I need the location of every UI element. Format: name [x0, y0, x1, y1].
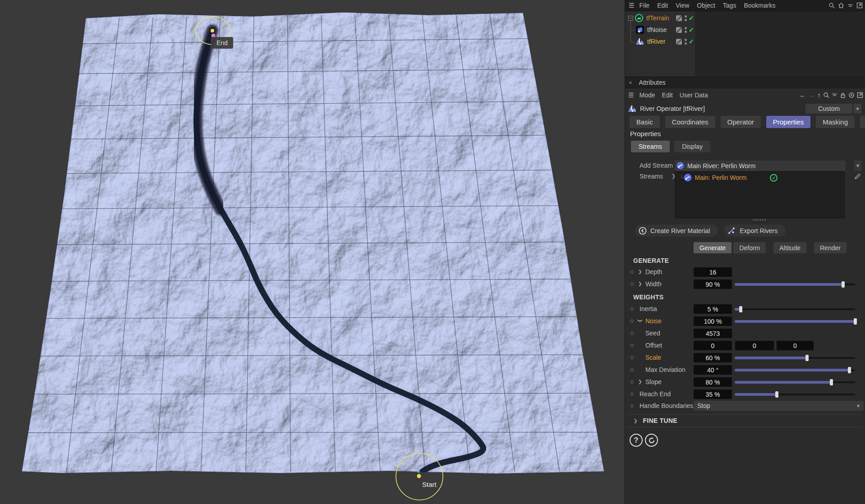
keyframe-diamond-icon[interactable]: ◇ [630, 354, 634, 360]
tab-coordinates[interactable]: Coordinates [665, 116, 715, 128]
menu-user-data[interactable]: User Data [680, 92, 708, 99]
width-slider[interactable] [735, 281, 855, 288]
new-window-icon[interactable] [857, 92, 863, 98]
seed-field[interactable]: 4573 [694, 329, 732, 338]
expander-icon[interactable]: ❯ [638, 281, 642, 286]
tab-basic[interactable]: Basic [630, 116, 660, 128]
visibility-dots[interactable] [685, 15, 687, 21]
keyframe-diamond-icon[interactable]: ◇ [630, 342, 634, 348]
tab-preview[interactable]: Preview [860, 116, 865, 128]
generate-mode-button[interactable]: Generate [694, 242, 732, 253]
object-row-tfnoise[interactable]: tfNoise ✓ [625, 24, 696, 36]
preset-dropdown-arrow[interactable]: ▼ [854, 104, 861, 114]
noise-field[interactable]: 100 % [694, 316, 732, 326]
offset-y-field[interactable]: 0 [735, 341, 774, 350]
keyframe-diamond-icon[interactable]: ◇ [630, 281, 634, 287]
visibility-dots[interactable] [685, 27, 687, 33]
keyframe-diamond-icon[interactable]: ◇ [630, 306, 634, 312]
keyframe-diamond-icon[interactable]: ◇ [630, 391, 634, 397]
offset-z-field[interactable]: 0 [777, 341, 814, 350]
lock-icon[interactable] [840, 92, 846, 98]
slope-slider[interactable] [735, 379, 855, 385]
expander-icon-open[interactable]: ❯ [638, 319, 643, 322]
menu-edit[interactable]: Edit [662, 92, 673, 99]
offset-x-field[interactable]: 0 [694, 341, 732, 350]
render-mode-button[interactable]: Render [814, 242, 847, 253]
enabled-check[interactable]: ✓ [689, 26, 694, 33]
home-icon[interactable] [838, 2, 844, 9]
menu-file[interactable]: File [640, 2, 650, 9]
forward-icon[interactable]: → [809, 91, 815, 99]
enabled-check[interactable]: ✓ [689, 38, 694, 45]
filter-icon[interactable] [832, 92, 837, 98]
object-row-tfriver[interactable]: tfRiver ✓ [625, 36, 696, 47]
filter-icon[interactable] [847, 3, 853, 9]
help-button[interactable]: ? [630, 434, 643, 447]
expander-icon[interactable]: ❯ [634, 418, 637, 423]
layer-chip[interactable] [676, 39, 682, 45]
enabled-check[interactable]: ✓ [689, 14, 694, 22]
new-panel-icon[interactable] [856, 2, 863, 9]
hamburger-icon[interactable]: ☰ [628, 92, 634, 98]
depth-field[interactable]: 16 [694, 267, 732, 277]
menu-bookmarks[interactable]: Bookmarks [744, 2, 775, 9]
keyframe-diamond-icon[interactable]: ◇ [630, 269, 634, 275]
up-icon[interactable]: ↑ [818, 91, 821, 99]
list-resize-grip[interactable]: •••••• [675, 218, 845, 222]
keyframe-diamond-icon[interactable]: ◇ [630, 330, 634, 336]
close-icon[interactable]: × [629, 79, 632, 86]
expander-icon[interactable]: ❯ [638, 379, 642, 384]
reach-end-slider[interactable] [735, 391, 855, 398]
menu-tags[interactable]: Tags [723, 2, 736, 9]
search-icon[interactable] [823, 92, 829, 98]
streams-list[interactable]: └ Main: Perlin Worm ✓ [675, 171, 845, 218]
subtab-display[interactable]: Display [674, 141, 710, 152]
preset-dropdown[interactable]: Custom [805, 104, 852, 114]
layer-chip[interactable] [676, 27, 682, 33]
object-name[interactable]: tfNoise [647, 26, 667, 33]
object-row-tfterrain[interactable]: − tfTerrain ✓ [625, 12, 696, 24]
fine-tune-section[interactable]: ❯ FINE TUNE [634, 417, 677, 424]
object-name[interactable]: tfRiver [647, 38, 665, 45]
keyframe-diamond-icon[interactable]: ◇ [630, 318, 634, 324]
add-stream-dropdown-arrow[interactable]: ▼ [854, 160, 861, 171]
tab-masking[interactable]: Masking [816, 116, 855, 128]
tab-properties[interactable]: Properties [766, 116, 810, 128]
keyframe-diamond-icon[interactable]: ◇ [630, 403, 634, 408]
menu-edit[interactable]: Edit [657, 2, 668, 9]
collapse-icon[interactable]: − [628, 16, 633, 21]
create-river-material-button[interactable]: Create River Material [635, 225, 718, 237]
hamburger-icon[interactable]: ☰ [629, 2, 635, 9]
expander-icon[interactable]: ❯ [638, 269, 642, 274]
edit-pencil-icon[interactable] [853, 172, 861, 180]
reset-button[interactable] [645, 434, 658, 447]
menu-mode[interactable]: Mode [640, 92, 655, 99]
max-deviation-slider[interactable] [735, 367, 855, 373]
scale-field[interactable]: 60 % [694, 353, 732, 362]
altitude-mode-button[interactable]: Altitude [773, 242, 806, 253]
keyframe-diamond-icon[interactable]: ◇ [630, 367, 634, 372]
inertia-slider[interactable] [735, 306, 855, 312]
add-stream-dropdown[interactable]: Main River: Perlin Worm [675, 160, 846, 171]
back-icon[interactable]: ← [800, 91, 806, 99]
keyframe-diamond-icon[interactable]: ◇ [630, 379, 634, 385]
search-icon[interactable] [828, 2, 835, 9]
visibility-dots[interactable] [685, 39, 687, 45]
width-field[interactable]: 90 % [694, 279, 732, 289]
stream-enabled-check[interactable]: ✓ [770, 174, 778, 182]
tab-operator[interactable]: Operator [721, 116, 761, 128]
max-deviation-field[interactable]: 40 ° [694, 365, 732, 375]
scale-slider[interactable] [735, 355, 855, 361]
handle-boundaries-dropdown[interactable]: Stop ▼ [694, 401, 864, 411]
noise-slider[interactable] [735, 318, 855, 325]
subtab-streams[interactable]: Streams [631, 141, 670, 152]
export-rivers-button[interactable]: Export Rivers [724, 225, 786, 237]
deform-mode-button[interactable]: Deform [733, 242, 766, 253]
reach-end-field[interactable]: 35 % [694, 389, 732, 399]
3d-viewport[interactable]: End Start [0, 0, 625, 504]
layer-chip[interactable] [676, 15, 682, 21]
menu-object[interactable]: Object [697, 2, 715, 9]
object-name[interactable]: tfTerrain [646, 14, 669, 22]
stream-item[interactable]: └ Main: Perlin Worm ✓ [675, 174, 844, 182]
slope-field[interactable]: 80 % [694, 377, 732, 387]
